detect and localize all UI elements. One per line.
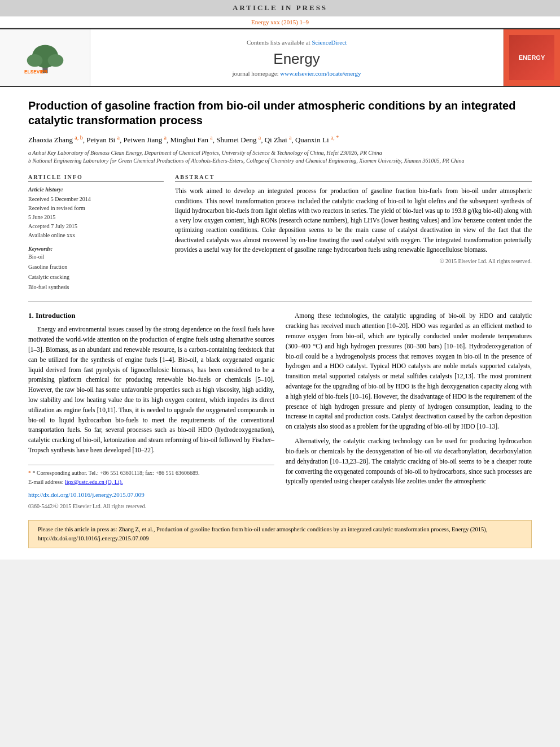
intro-paragraph-right-1: Among these technologies, the catalytic … — [286, 311, 532, 432]
abstract-copyright: © 2015 Elsevier Ltd. All rights reserved… — [175, 258, 532, 264]
banner-text: ARTICLE IN PRESS — [233, 3, 327, 12]
journal-homepage: journal homepage: www.elsevier.com/locat… — [232, 70, 361, 77]
keyword-3: Catalytic cracking — [28, 272, 164, 282]
keywords-section: Keywords: Bio-oil Gasoline fraction Cata… — [28, 246, 164, 292]
revised-date: 5 June 2015 — [28, 213, 164, 222]
affil-e-sup: a — [259, 134, 261, 141]
footnote-text: * Corresponding author. Tel.: +86 551 63… — [33, 470, 200, 476]
issn-line: 0360-5442/© 2015 Elsevier Ltd. All right… — [28, 502, 274, 511]
svg-point-3 — [47, 54, 63, 67]
affil-c-sup: a — [164, 134, 167, 141]
citation-text: Energy xxx (2015) 1–9 — [251, 19, 309, 25]
journal-title: Energy — [273, 50, 320, 68]
keyword-1: Bio-oil — [28, 252, 164, 262]
intro-number: 1. — [28, 311, 34, 320]
footnote-email: E-mail address: liqx@ustc.edu.cn (Q. Li)… — [28, 478, 274, 487]
article-content: Production of gasoline fraction from bio… — [0, 87, 560, 560]
journal-center: Contents lists available at ScienceDirec… — [90, 29, 504, 86]
email-link[interactable]: liqx@ustc.edu.cn (Q. Li). — [65, 479, 123, 485]
page-wrapper: ARTICLE IN PRESS Energy xxx (2015) 1–9 E… — [0, 0, 560, 560]
article-info-column: ARTICLE INFO Article history: Received 5… — [28, 174, 164, 292]
homepage-label: journal homepage: — [232, 70, 278, 77]
svg-point-2 — [27, 54, 42, 67]
introduction-left: 1. Introduction Energy and environmental… — [28, 311, 274, 511]
keywords-list: Bio-oil Gasoline fraction Catalytic crac… — [28, 252, 164, 292]
journal-header: ELSEVIER Contents lists available at Sci… — [0, 28, 560, 87]
footnote-star: * * Corresponding author. Tel.: +86 551 … — [28, 469, 274, 478]
footnote-section: * * Corresponding author. Tel.: +86 551 … — [28, 465, 274, 512]
abstract-column: ABSTRACT This work aimed to develop an i… — [175, 174, 532, 292]
article-title: Production of gasoline fraction from bio… — [28, 98, 532, 128]
intro-paragraph-right-2: Alternatively, the catalytic cracking te… — [286, 436, 532, 487]
abstract-text: This work aimed to develop an integrated… — [175, 186, 532, 255]
affiliation-a: a Anhui Key Laboratory of Biomass Clean … — [28, 149, 532, 157]
section-divider — [28, 302, 532, 302]
keyword-4: Bio-fuel synthesis — [28, 282, 164, 292]
received-revised-label: Received in revised form — [28, 204, 164, 213]
bottom-citation-text: Please cite this article in press as: Zh… — [38, 526, 487, 541]
energy-logo-text: ENERGY — [519, 54, 545, 61]
affiliations: a Anhui Key Laboratory of Biomass Clean … — [28, 149, 532, 165]
homepage-link[interactable]: www.elsevier.com/locate/energy — [280, 70, 361, 77]
keyword-2: Gasoline fraction — [28, 262, 164, 272]
affil-f-sup: a — [289, 134, 291, 141]
journal-right-logo: ENERGY — [504, 29, 560, 86]
available-online: Available online xxx — [28, 231, 164, 240]
intro-title-text: Introduction — [36, 311, 76, 320]
bottom-citation-bar: Please cite this article in press as: Zh… — [28, 520, 532, 548]
doi-link[interactable]: http://dx.doi.org/10.1016/j.energy.2015.… — [28, 491, 145, 498]
intro-title: 1. Introduction — [28, 311, 274, 320]
abstract-header: ABSTRACT — [175, 174, 532, 182]
introduction-section: 1. Introduction Energy and environmental… — [28, 311, 532, 511]
citation-line: Energy xxx (2015) 1–9 — [0, 16, 560, 28]
keywords-label: Keywords: — [28, 246, 164, 252]
contents-label: Contents lists available at — [247, 39, 310, 46]
affil-d-sup: a — [210, 134, 212, 141]
svg-text:ELSEVIER: ELSEVIER — [24, 69, 47, 75]
intro-body-right: Among these technologies, the catalytic … — [286, 311, 532, 487]
intro-paragraph-1: Energy and environmental issues caused b… — [28, 325, 274, 456]
affil-g-sup: a, * — [331, 134, 339, 141]
article-info-header: ARTICLE INFO — [28, 174, 164, 182]
intro-body-left: Energy and environmental issues caused b… — [28, 325, 274, 456]
email-label: E-mail address: — [28, 479, 63, 485]
energy-logo-box: ENERGY — [509, 35, 554, 80]
received-date: Received 5 December 2014 — [28, 195, 164, 204]
affil-b-sup: a — [117, 134, 119, 141]
elsevier-tree-icon: ELSEVIER — [17, 41, 73, 75]
history-label: Article history: — [28, 186, 164, 193]
article-authors: Zhaoxia Zhang a, b, Peiyan Bi a, Peiwen … — [28, 134, 532, 145]
sciencedirect-link[interactable]: ScienceDirect — [312, 39, 347, 46]
two-column-layout: ARTICLE INFO Article history: Received 5… — [28, 174, 532, 292]
elsevier-logo: ELSEVIER — [0, 29, 90, 86]
affiliation-b: b National Engineering Laboratory for Gr… — [28, 157, 532, 165]
affil-a-sup: a, b — [75, 134, 82, 141]
introduction-right: Among these technologies, the catalytic … — [286, 311, 532, 511]
accepted-date: Accepted 7 July 2015 — [28, 222, 164, 231]
journal-contents: Contents lists available at ScienceDirec… — [247, 39, 347, 46]
top-banner: ARTICLE IN PRESS — [0, 0, 560, 16]
